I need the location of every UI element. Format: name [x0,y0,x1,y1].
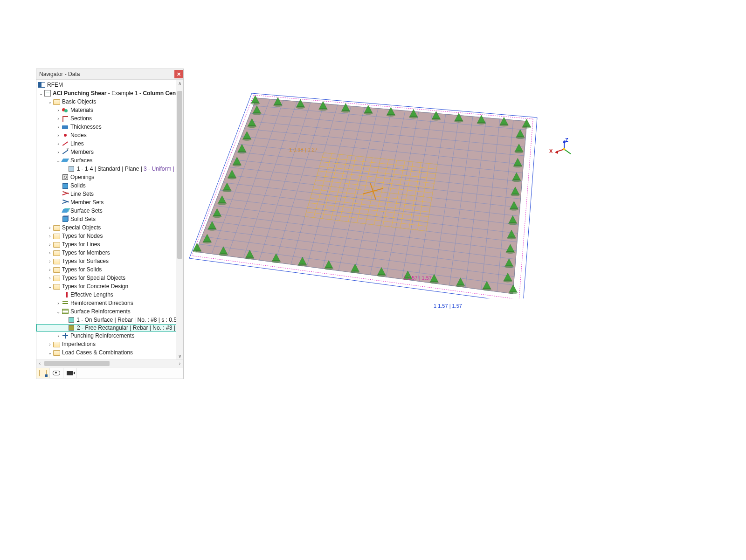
tree-sections[interactable]: › Sections [36,114,183,123]
tree-effective-lengths[interactable]: Effective Lengths [36,290,183,299]
chevron-right-icon[interactable]: › [47,234,53,239]
tree-thicknesses[interactable]: › Thicknesses [36,123,183,131]
tree-line-sets[interactable]: Line Sets [36,190,183,198]
solids-icon [62,182,69,189]
chevron-right-icon[interactable]: › [55,108,62,113]
tree-imperfections[interactable]: › Imperfections [36,340,183,348]
tree-basic-objects[interactable]: ⌄ Basic Objects [36,97,183,106]
tree-reinf-dirs[interactable]: › Reinforcement Directions [36,299,183,307]
nav-views-button[interactable] [63,368,77,378]
svg-point-85 [318,108,328,111]
svg-point-104 [429,281,439,283]
chevron-right-icon[interactable]: › [55,133,62,138]
surfaces-icon [62,157,69,164]
chevron-down-icon[interactable]: ⌄ [55,309,62,314]
chevron-right-icon[interactable]: › [47,250,53,256]
svg-marker-133 [555,151,558,154]
tree-concrete-design[interactable]: ⌄ Types for Concrete Design [36,282,183,290]
svg-point-118 [202,241,212,243]
svg-point-101 [351,270,360,273]
scroll-up-icon[interactable]: ∧ [176,80,183,87]
chevron-right-icon[interactable]: › [55,141,62,146]
chevron-down-icon[interactable]: ⌄ [38,91,44,96]
tree-types-surfaces[interactable]: › Types for Surfaces [36,257,183,265]
tree-surface-reinf-label: Surface Reinforcements [70,308,131,315]
tree-special-objects[interactable]: › Special Objects [36,223,183,232]
chevron-right-icon[interactable]: › [55,124,62,130]
chevron-right-icon[interactable]: › [55,116,62,121]
tree-lines[interactable]: › Lines [36,139,183,148]
folder-icon [53,341,60,347]
membersets-icon [62,199,69,206]
svg-point-115 [217,202,227,205]
svg-point-90 [432,118,441,120]
tree-types-solids-label: Types for Solids [62,266,102,273]
chevron-right-icon[interactable]: › [55,333,62,339]
tree-surfaces[interactable]: ⌄ Surfaces [36,156,183,165]
svg-point-84 [296,106,305,109]
lines-icon [62,140,69,147]
scroll-left-icon[interactable]: ‹ [36,361,43,366]
tree-surface-sets[interactable]: Surface Sets [36,207,183,215]
dimension-label-bottom: 1 1.57 | 1.57 [434,303,462,309]
tree-loadcases[interactable]: ⌄ Load Cases & Combinations [36,348,183,357]
chevron-right-icon[interactable]: › [47,225,53,230]
chevron-right-icon[interactable]: › [47,259,53,264]
svg-point-123 [511,194,520,196]
svg-point-92 [477,122,486,124]
scroll-right-icon[interactable]: › [176,361,183,366]
tree-types-nodes[interactable]: › Types for Nodes [36,232,183,240]
tree-root-rfem[interactable]: RFEM [36,81,183,89]
tree-materials[interactable]: › Materials [36,106,183,114]
tree-types-members[interactable]: › Types for Members [36,249,183,257]
tree-members-label: Members [70,149,94,155]
scroll-thumb[interactable] [177,91,182,259]
close-button[interactable]: ✕ [174,70,183,78]
tree-surface-reinf[interactable]: ⌄ Surface Reinforcements [36,307,183,316]
hscroll-thumb[interactable] [44,361,110,366]
nav-display-button[interactable] [50,368,63,378]
tree-solids[interactable]: Solids [36,181,183,190]
svg-point-94 [522,125,532,128]
tree-punching-reinf[interactable]: › Punching Reinforcements [36,332,183,340]
svg-point-126 [507,236,516,239]
model-viewport[interactable]: Z X 1 0.98 | 0.27 1 1.57 | 1.57 1 1.57 |… [186,75,569,298]
tree-surface-item-1[interactable]: 1 - 1-4 | Standard | Plane | 3 - Uniform… [36,165,183,173]
tree-types-solids[interactable]: › Types for Solids [36,265,183,274]
svg-point-91 [454,120,463,123]
folder-icon [53,98,60,105]
tree-materials-label: Materials [70,107,93,113]
svg-point-129 [503,279,512,282]
chevron-right-icon[interactable]: › [47,267,53,272]
tree-sr-item-2-selected[interactable]: 2 - Free Rectangular | Rebar | No. : #3 … [36,324,183,332]
chevron-right-icon[interactable]: › [55,301,62,306]
chevron-right-icon[interactable]: › [47,342,53,347]
tree-nodes[interactable]: › Nodes [36,131,183,139]
svg-point-98 [271,260,281,263]
tree-members[interactable]: › Members [36,148,183,156]
chevron-right-icon[interactable]: › [47,276,53,281]
svg-point-105 [456,284,465,287]
tree-types-special[interactable]: › Types for Special Objects [36,274,183,282]
dimension-label-top: 1 0.98 | 0.27 [289,147,318,152]
nav-data-button[interactable] [36,368,50,378]
scroll-down-icon[interactable]: ∨ [176,353,183,360]
tree-openings[interactable]: Openings [36,173,183,181]
tree-types-lines[interactable]: › Types for Lines [36,240,183,249]
horizontal-scrollbar[interactable]: ‹ › [36,360,183,367]
openings-icon [62,174,69,180]
chevron-down-icon[interactable]: ⌄ [47,350,53,355]
folder-icon [53,266,60,273]
chevron-down-icon[interactable]: ⌄ [47,99,53,104]
chevron-down-icon[interactable]: ⌄ [47,284,53,289]
vertical-scrollbar[interactable]: ∧ ∨ [176,80,183,360]
tree-solid-sets[interactable]: Solid Sets [36,215,183,223]
chevron-right-icon[interactable]: › [55,150,62,155]
tree-project[interactable]: ⌄ ACI Punching Shear - Example 1 - Colum… [36,89,183,97]
navigator-tree: ∧ ∨ RFEM ⌄ ACI Punching Shear - Example … [36,80,183,360]
chevron-right-icon[interactable]: › [47,242,53,247]
tree-sr-item-1[interactable]: 1 - On Surface | Rebar | No. : #8 | s : … [36,316,183,324]
navigator-bottom-toolbar [36,367,183,379]
tree-member-sets[interactable]: Member Sets [36,198,183,207]
svg-point-111 [237,151,247,153]
